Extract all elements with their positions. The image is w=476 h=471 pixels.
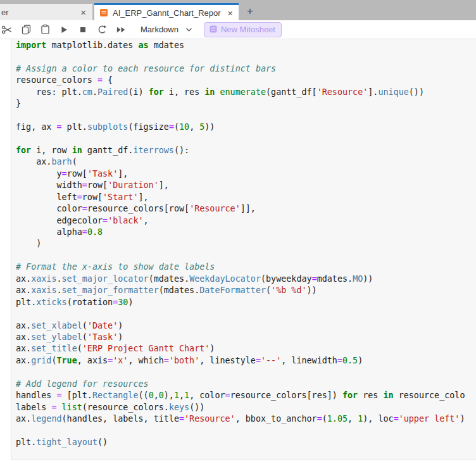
copy-icon bbox=[21, 24, 32, 35]
notebook-icon bbox=[99, 8, 108, 17]
stop-button[interactable] bbox=[73, 22, 92, 38]
tab-previous-label: er bbox=[1, 8, 80, 17]
paste-button[interactable] bbox=[35, 22, 54, 38]
cell-type-value: Markdown bbox=[141, 25, 178, 34]
tab-previous[interactable]: er × bbox=[0, 4, 92, 20]
notebook-panel: import matplotlib.dates as mdates # Assi… bbox=[0, 39, 476, 471]
notebook-toolbar: Markdown New Mitosheet bbox=[0, 20, 476, 39]
run-icon bbox=[59, 25, 69, 35]
mitosheet-logo-icon bbox=[210, 25, 217, 33]
stop-icon bbox=[78, 25, 88, 35]
new-tab-button[interactable]: + bbox=[239, 5, 261, 18]
new-mitosheet-label: New Mitosheet bbox=[221, 25, 275, 34]
cut-icon bbox=[1, 24, 13, 35]
code-cell[interactable]: import matplotlib.dates as mdates # Assi… bbox=[11, 39, 476, 460]
new-mitosheet-button[interactable]: New Mitosheet bbox=[204, 22, 282, 37]
close-icon[interactable]: × bbox=[227, 8, 234, 18]
copy-button[interactable] bbox=[16, 22, 35, 38]
code-lines[interactable]: import matplotlib.dates as mdates # Assi… bbox=[11, 39, 476, 448]
run-all-icon bbox=[116, 25, 126, 34]
tab-notebook-label: AI_ERP_Gannt_Chart_Repor bbox=[113, 8, 222, 18]
restart-icon bbox=[97, 24, 108, 35]
tab-notebook[interactable]: AI_ERP_Gannt_Chart_Repor × bbox=[94, 3, 239, 20]
restart-kernel-button[interactable] bbox=[92, 22, 111, 38]
paste-icon bbox=[40, 24, 51, 35]
tab-bar: er × AI_ERP_Gannt_Chart_Repor × + bbox=[0, 0, 476, 20]
close-icon[interactable]: × bbox=[80, 8, 87, 17]
cell-type-dropdown[interactable]: Markdown bbox=[141, 25, 192, 34]
run-button[interactable] bbox=[54, 22, 73, 38]
run-all-button[interactable] bbox=[111, 22, 130, 38]
chevron-down-icon bbox=[185, 25, 192, 34]
cut-button[interactable] bbox=[0, 22, 16, 38]
